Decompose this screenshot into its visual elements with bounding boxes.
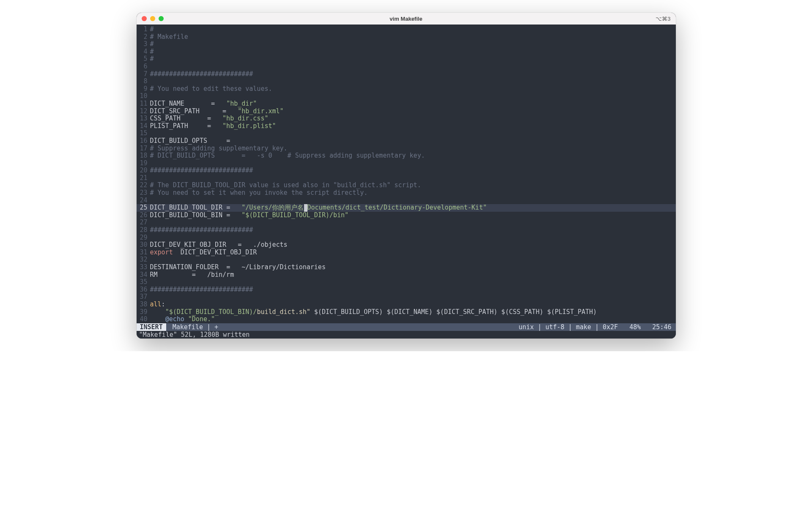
code-content[interactable]: DICT_NAME = "hb_dir" bbox=[150, 100, 676, 108]
code-line[interactable]: 27 bbox=[137, 219, 676, 227]
code-line[interactable]: 33DESTINATION_FOLDER = ~/Library/Diction… bbox=[137, 264, 676, 271]
code-content[interactable]: # bbox=[150, 55, 676, 63]
code-content[interactable]: # Suppress adding supplementary key. bbox=[150, 145, 676, 153]
code-content[interactable]: # The DICT_BUILD_TOOL_DIR value is used … bbox=[150, 182, 676, 189]
line-number: 1 bbox=[137, 26, 150, 33]
code-line[interactable]: 3# bbox=[137, 41, 676, 48]
code-content[interactable] bbox=[150, 278, 676, 286]
code-content[interactable]: "$(DICT_BUILD_TOOL_BIN)/build_dict.sh" $… bbox=[150, 309, 676, 316]
line-number: 17 bbox=[137, 145, 150, 153]
code-content[interactable]: ########################### bbox=[150, 167, 676, 175]
vim-mode: INSERT bbox=[137, 323, 166, 331]
code-line[interactable]: 7########################### bbox=[137, 71, 676, 78]
code-content[interactable] bbox=[150, 93, 676, 100]
code-content[interactable]: RM = /bin/rm bbox=[150, 271, 676, 279]
code-line[interactable]: 24 bbox=[137, 197, 676, 205]
code-content[interactable] bbox=[150, 130, 676, 137]
code-content[interactable]: ########################### bbox=[150, 227, 676, 234]
line-number: 6 bbox=[137, 63, 150, 71]
code-content[interactable]: DICT_BUILD_TOOL_DIR = "/Users/你的用户名/Docu… bbox=[150, 204, 676, 212]
code-line[interactable]: 29 bbox=[137, 234, 676, 242]
code-content[interactable]: DESTINATION_FOLDER = ~/Library/Dictionar… bbox=[150, 264, 676, 271]
code-content[interactable] bbox=[150, 219, 676, 227]
code-content[interactable]: ########################### bbox=[150, 71, 676, 78]
code-content[interactable]: ########################### bbox=[150, 286, 676, 294]
line-number: 33 bbox=[137, 264, 150, 271]
line-number: 2 bbox=[137, 33, 150, 41]
line-number: 7 bbox=[137, 71, 150, 78]
line-number: 9 bbox=[137, 85, 150, 93]
code-line[interactable]: 21 bbox=[137, 175, 676, 182]
minimize-icon[interactable] bbox=[150, 16, 155, 21]
line-number: 32 bbox=[137, 256, 150, 264]
code-content[interactable]: DICT_BUILD_TOOL_BIN = "$(DICT_BUILD_TOOL… bbox=[150, 212, 676, 219]
code-line[interactable]: 31export DICT_DEV_KIT_OBJ_DIR bbox=[137, 249, 676, 257]
code-content[interactable] bbox=[150, 197, 676, 205]
code-line[interactable]: 15 bbox=[137, 130, 676, 137]
code-line[interactable]: 34RM = /bin/rm bbox=[137, 271, 676, 279]
code-content[interactable] bbox=[150, 293, 676, 301]
code-content[interactable]: all: bbox=[150, 301, 676, 309]
zoom-icon[interactable] bbox=[159, 16, 164, 21]
line-number: 30 bbox=[137, 241, 150, 249]
code-line[interactable]: 12DICT_SRC_PATH = "hb_dir.xml" bbox=[137, 108, 676, 115]
code-line[interactable]: 14PLIST_PATH = "hb_dir.plist" bbox=[137, 123, 676, 130]
code-line[interactable]: 28########################### bbox=[137, 227, 676, 234]
code-content[interactable]: # DICT_BUILD_OPTS = -s 0 # Suppress addi… bbox=[150, 152, 676, 160]
code-content[interactable] bbox=[150, 78, 676, 85]
code-line[interactable]: 16DICT_BUILD_OPTS = bbox=[137, 137, 676, 145]
code-content[interactable]: # bbox=[150, 26, 676, 33]
code-line[interactable]: 19 bbox=[137, 160, 676, 167]
code-content[interactable]: @echo "Done." bbox=[150, 316, 676, 323]
code-line[interactable]: 38all: bbox=[137, 301, 676, 309]
close-icon[interactable] bbox=[142, 16, 147, 21]
code-content[interactable]: PLIST_PATH = "hb_dir.plist" bbox=[150, 123, 676, 130]
line-number: 15 bbox=[137, 130, 150, 137]
code-line[interactable]: 10 bbox=[137, 93, 676, 100]
code-line[interactable]: 32 bbox=[137, 256, 676, 264]
code-line[interactable]: 35 bbox=[137, 278, 676, 286]
code-line[interactable]: 39 "$(DICT_BUILD_TOOL_BIN)/build_dict.sh… bbox=[137, 309, 676, 316]
code-line[interactable]: 26DICT_BUILD_TOOL_BIN = "$(DICT_BUILD_TO… bbox=[137, 212, 676, 219]
code-line[interactable]: 37 bbox=[137, 293, 676, 301]
code-line[interactable]: 22# The DICT_BUILD_TOOL_DIR value is use… bbox=[137, 182, 676, 189]
code-line[interactable]: 36########################### bbox=[137, 286, 676, 294]
code-line[interactable]: 11DICT_NAME = "hb_dir" bbox=[137, 100, 676, 108]
code-content[interactable] bbox=[150, 160, 676, 167]
code-content[interactable]: CSS_PATH = "hb_dir.css" bbox=[150, 115, 676, 123]
code-line[interactable]: 4# bbox=[137, 48, 676, 56]
code-content[interactable]: # You need to edit these values. bbox=[150, 85, 676, 93]
editor-area[interactable]: 1#2# Makefile3#4#5#67###################… bbox=[137, 25, 676, 323]
code-line[interactable]: 18# DICT_BUILD_OPTS = -s 0 # Suppress ad… bbox=[137, 152, 676, 160]
code-line[interactable]: 23# You need to set it when you invoke t… bbox=[137, 189, 676, 197]
code-content[interactable] bbox=[150, 175, 676, 182]
code-content[interactable]: DICT_BUILD_OPTS = bbox=[150, 137, 676, 145]
line-number: 10 bbox=[137, 93, 150, 100]
line-number: 36 bbox=[137, 286, 150, 294]
text-cursor: / bbox=[304, 204, 307, 212]
code-content[interactable]: # bbox=[150, 41, 676, 48]
code-content[interactable] bbox=[150, 256, 676, 264]
code-content[interactable] bbox=[150, 63, 676, 71]
code-line[interactable]: 2# Makefile bbox=[137, 33, 676, 41]
code-line[interactable]: 1# bbox=[137, 26, 676, 33]
code-content[interactable]: export DICT_DEV_KIT_OBJ_DIR bbox=[150, 249, 676, 257]
code-line[interactable]: 8 bbox=[137, 78, 676, 85]
line-number: 31 bbox=[137, 249, 150, 257]
code-line[interactable]: 13CSS_PATH = "hb_dir.css" bbox=[137, 115, 676, 123]
code-line[interactable]: 6 bbox=[137, 63, 676, 71]
code-content[interactable]: DICT_DEV_KIT_OBJ_DIR = ./objects bbox=[150, 241, 676, 249]
code-content[interactable]: # You need to set it when you invoke the… bbox=[150, 189, 676, 197]
code-content[interactable] bbox=[150, 234, 676, 242]
code-content[interactable]: # bbox=[150, 48, 676, 56]
code-line[interactable]: 5# bbox=[137, 55, 676, 63]
code-line[interactable]: 20########################### bbox=[137, 167, 676, 175]
code-line[interactable]: 9# You need to edit these values. bbox=[137, 85, 676, 93]
code-content[interactable]: DICT_SRC_PATH = "hb_dir.xml" bbox=[150, 108, 676, 115]
code-content[interactable]: # Makefile bbox=[150, 33, 676, 41]
code-line[interactable]: 25DICT_BUILD_TOOL_DIR = "/Users/你的用户名/Do… bbox=[137, 204, 676, 212]
code-line[interactable]: 30DICT_DEV_KIT_OBJ_DIR = ./objects bbox=[137, 241, 676, 249]
line-number: 5 bbox=[137, 55, 150, 63]
code-line[interactable]: 17# Suppress adding supplementary key. bbox=[137, 145, 676, 153]
code-line[interactable]: 40 @echo "Done." bbox=[137, 316, 676, 323]
